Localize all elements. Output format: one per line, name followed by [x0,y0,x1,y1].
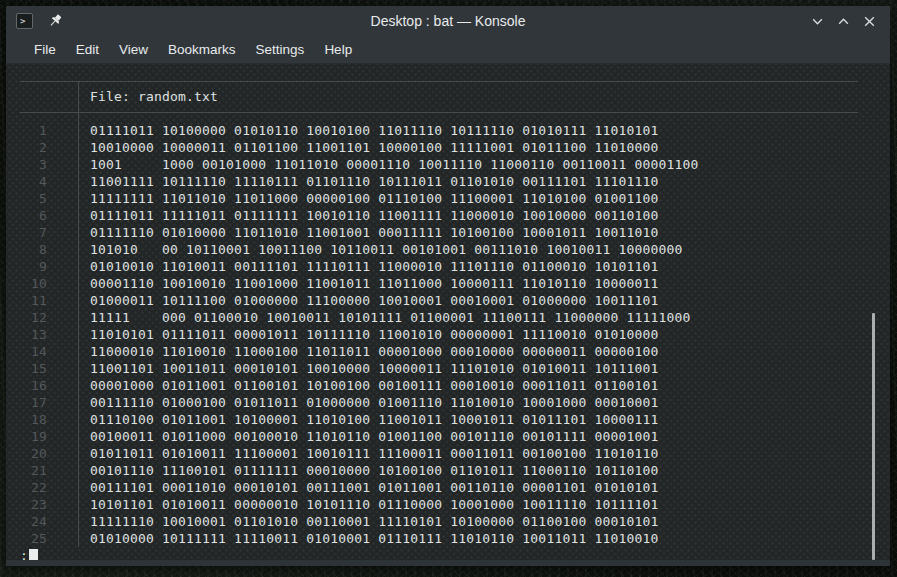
line-number: 19 [6,428,47,445]
line-number: 9 [6,258,47,275]
file-content: 101111011 10100000 01010110 10010100 110… [6,122,890,547]
line-number: 10 [6,275,47,292]
code-line: 210010000 10000011 01101100 11001101 100… [6,139,890,156]
line-number: 21 [6,462,47,479]
code-line: 2001011011 01010011 11100001 10010111 11… [6,445,890,462]
window-controls [811,15,890,28]
line-content: 11001101 10011011 00010101 10010000 1000… [47,360,658,377]
code-line: 511111111 11011010 11011000 00000100 011… [6,190,890,207]
line-number: 8 [6,241,47,258]
code-line: 101111011 10100000 01010110 10010100 110… [6,122,890,139]
line-content: 11111111 11011010 11011000 00000100 0111… [47,190,658,207]
line-content: 01010010 11010011 00111101 11110111 1100… [47,258,658,275]
menubar: File Edit View Bookmarks Settings Help [6,36,890,64]
code-line: 1600001000 01011001 01100101 10100100 00… [6,377,890,394]
code-line: 601111011 11111011 01111111 10010110 110… [6,207,890,224]
code-line: 1411000010 11010010 11000100 11011011 00… [6,343,890,360]
konsole-app-icon: > [16,13,33,29]
line-number: 22 [6,479,47,496]
line-content: 01111011 10100000 01010110 10010100 1101… [47,122,658,139]
konsole-window: > Desktop : bat — Konsole F [6,6,890,566]
bat-file-header: File: random.txt [90,88,218,105]
line-number: 5 [6,190,47,207]
menu-edit[interactable]: Edit [66,38,109,61]
line-content: 01010000 10111111 11110011 01010001 0111… [47,530,658,547]
window-bottom-frame [6,560,890,566]
code-line: 1311010101 01111011 00001011 10111110 11… [6,326,890,343]
line-number: 1 [6,122,47,139]
line-number: 23 [6,496,47,513]
line-number: 12 [6,309,47,326]
maximize-button[interactable] [837,15,850,28]
code-line: 8101010 00 10110001 10011100 10110011 00… [6,241,890,258]
line-content: 00001000 01011001 01100101 10100100 0010… [47,377,658,394]
code-line: 2310101101 01010011 00000010 10101110 01… [6,496,890,513]
menu-file[interactable]: File [24,38,66,61]
line-content: 00101110 11100101 01111111 00010000 1010… [47,462,658,479]
line-content: 11111 000 01100010 10010011 10101111 011… [47,309,691,326]
line-number: 7 [6,224,47,241]
line-content: 01111110 01010000 11011010 11001001 0001… [47,224,658,241]
code-line: 31001 1000 00101000 11011010 00001110 10… [6,156,890,173]
line-content: 01110100 01011001 10100001 11010100 1100… [47,411,658,428]
line-content: 11000010 11010010 11000100 11011011 0000… [47,343,658,360]
line-number: 25 [6,530,47,547]
window-title: Desktop : bat — Konsole [6,13,890,29]
line-number: 20 [6,445,47,462]
line-content: 101010 00 10110001 10011100 10110011 001… [47,241,683,258]
code-line: 1211111 000 01100010 10010011 10101111 0… [6,309,890,326]
line-content: 00111110 01000100 01011011 01000000 0100… [47,394,658,411]
line-content: 00100011 01011000 00100010 11010110 0100… [47,428,658,445]
code-line: 701111110 01010000 11011010 11001001 000… [6,224,890,241]
line-number: 6 [6,207,47,224]
line-number: 24 [6,513,47,530]
line-content: 10101101 01010011 00000010 10101110 0111… [47,496,658,513]
menu-bookmarks[interactable]: Bookmarks [158,38,246,61]
line-number: 4 [6,173,47,190]
terminal-screen[interactable]: File: random.txt 101111011 10100000 0101… [6,64,890,560]
line-content: 01111011 11111011 01111111 10010110 1100… [47,207,658,224]
code-line: 2200111101 00011010 00010101 00111001 01… [6,479,890,496]
line-content: 01011011 01010011 11100001 10010111 1110… [47,445,658,462]
code-line: 2501010000 10111111 11110011 01010001 01… [6,530,890,547]
line-content: 11111110 10010001 01101010 00110001 1111… [47,513,658,530]
code-line: 1900100011 01011000 00100010 11010110 01… [6,428,890,445]
code-line: 901010010 11010011 00111101 11110111 110… [6,258,890,275]
line-number: 14 [6,343,47,360]
close-button[interactable] [863,15,876,28]
menu-help[interactable]: Help [314,38,362,61]
pin-icon[interactable] [47,13,63,29]
code-line: 411001111 10111110 11110111 01101110 101… [6,173,890,190]
menu-settings[interactable]: Settings [246,38,315,61]
bat-header-rule-bottom [20,112,858,113]
line-number: 2 [6,139,47,156]
line-content: 00111101 00011010 00010101 00111001 0101… [47,479,658,496]
menu-view[interactable]: View [109,38,158,61]
line-content: 1001 1000 00101000 11011010 00001110 100… [47,156,699,173]
line-content: 11010101 01111011 00001011 10111110 1100… [47,326,658,343]
code-line: 2100101110 11100101 01111111 00010000 10… [6,462,890,479]
code-line: 1000001110 10010010 11001000 11001011 11… [6,275,890,292]
line-content: 11001111 10111110 11110111 01101110 1011… [47,173,658,190]
titlebar-icons: > [6,13,63,29]
code-line: 1801110100 01011001 10100001 11010100 11… [6,411,890,428]
line-content: 00001110 10010010 11001000 11001011 1101… [47,275,658,292]
code-line: 1700111110 01000100 01011011 01000000 01… [6,394,890,411]
scrollbar[interactable] [872,313,875,560]
line-content: 01000011 10111100 01000000 11100000 1001… [47,292,658,309]
line-number: 17 [6,394,47,411]
line-number: 15 [6,360,47,377]
line-content: 10010000 10000011 01101100 11001101 1000… [47,139,658,156]
line-number: 16 [6,377,47,394]
line-number: 3 [6,156,47,173]
code-line: 1101000011 10111100 01000000 11100000 10… [6,292,890,309]
titlebar[interactable]: > Desktop : bat — Konsole [6,6,890,36]
minimize-button[interactable] [811,15,824,28]
line-number: 11 [6,292,47,309]
line-number: 13 [6,326,47,343]
code-line: 2411111110 10010001 01101010 00110001 11… [6,513,890,530]
line-number: 18 [6,411,47,428]
code-line: 1511001101 10011011 00010101 10010000 10… [6,360,890,377]
bat-header-rule-top [20,81,858,82]
